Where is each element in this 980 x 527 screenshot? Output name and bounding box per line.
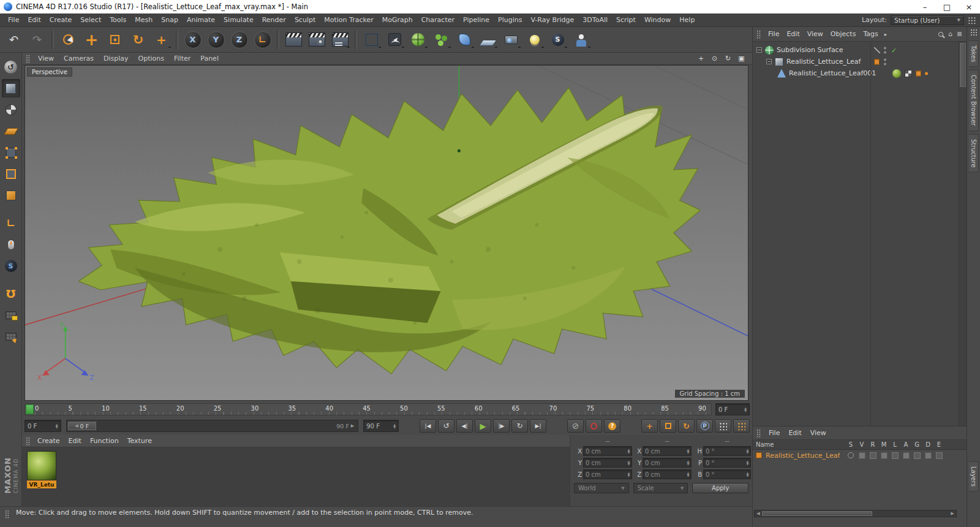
viewport-menu-view[interactable]: View: [33, 55, 59, 63]
name-column-header[interactable]: Name: [756, 441, 845, 448]
om-menu-file[interactable]: File: [764, 28, 783, 40]
workplane-mode-button[interactable]: [2, 122, 20, 140]
object-label[interactable]: Realistic_Lettuce_Leaf001: [789, 69, 876, 77]
render-settings-button[interactable]: [306, 28, 328, 51]
coord-field-x[interactable]: 0 cm▲▼: [583, 446, 632, 456]
more-menus-icon[interactable]: ▸: [883, 31, 889, 37]
scrollbar-thumb[interactable]: [762, 511, 872, 516]
current-frame-marker[interactable]: [26, 404, 34, 414]
layer-toggle-v[interactable]: [856, 452, 867, 459]
range-slider-handle[interactable]: ◀ 0 F: [68, 422, 96, 430]
next-frame-button[interactable]: |▶: [493, 419, 510, 433]
light-tool-button[interactable]: [523, 28, 546, 51]
panel-grip[interactable]: [26, 55, 31, 63]
om-menu-edit[interactable]: Edit: [783, 28, 803, 40]
layer-column-header-m[interactable]: M: [878, 441, 889, 448]
subdivision-tool-button[interactable]: [407, 28, 429, 51]
panel-grip[interactable]: [26, 437, 31, 445]
live-selection-button[interactable]: [57, 28, 80, 51]
visibility-dots[interactable]: [884, 47, 886, 53]
menu-motion-tracker[interactable]: Motion Tracker: [320, 13, 377, 26]
spinner-arrows-icon[interactable]: ▲▼: [687, 460, 689, 466]
menu-mesh[interactable]: Mesh: [130, 13, 157, 26]
layer-toggle-e[interactable]: [933, 452, 944, 459]
tree-row-lettuce-leaf001[interactable]: Realistic_Lettuce_Leaf001: [753, 67, 959, 79]
spinner-arrows-icon[interactable]: ▲▼: [746, 449, 748, 454]
menu-sculpt[interactable]: Sculpt: [290, 13, 320, 26]
om-menu-tags[interactable]: Tags: [859, 28, 881, 40]
coord-field-y[interactable]: 0 cm▲▼: [643, 458, 692, 468]
coord-field-p[interactable]: 0 °▲▼: [703, 458, 751, 468]
spinner-arrows-icon[interactable]: ▲▼: [627, 449, 630, 454]
home-icon[interactable]: ⌂: [948, 30, 952, 38]
figure-tool-button[interactable]: [570, 28, 592, 51]
menu-pipeline[interactable]: Pipeline: [459, 13, 494, 26]
viewport-solo-button[interactable]: [2, 235, 20, 254]
material-list[interactable]: VR_Letu: [22, 447, 570, 506]
rotate-tool-button[interactable]: ↻: [127, 28, 149, 51]
polygons-mode-button[interactable]: [2, 186, 20, 205]
orbit-view-icon[interactable]: ↻: [723, 54, 733, 63]
material-menu-create[interactable]: Create: [33, 434, 64, 447]
material-menu-function[interactable]: Function: [86, 434, 123, 447]
lock-z-button[interactable]: Z: [228, 28, 251, 51]
coordinate-system-dropdown[interactable]: World ▼: [574, 483, 629, 493]
end-frame-field[interactable]: 90 F ▲▼: [363, 420, 399, 432]
menu-simulate[interactable]: Simulate: [219, 13, 258, 26]
collapse-icon[interactable]: −: [766, 59, 772, 64]
scale-tool-button[interactable]: [104, 28, 126, 51]
layer-toggle-icon[interactable]: [874, 47, 880, 53]
spinner-arrows-icon[interactable]: ▲▼: [627, 460, 630, 466]
spinner-arrows-icon[interactable]: ▲▼: [393, 423, 396, 429]
material-tag-icon[interactable]: [892, 69, 901, 78]
make-editable-button[interactable]: ↺: [2, 58, 20, 76]
menu-animate[interactable]: Animate: [183, 13, 219, 26]
viewport-canvas[interactable]: Y X Z Perspective Grid Spacing : 1 cm: [24, 65, 748, 401]
menu-script[interactable]: Script: [612, 13, 640, 26]
side-tab-layers[interactable]: Layers: [969, 461, 979, 491]
coord-field-h[interactable]: 0 °▲▼: [703, 446, 751, 456]
lm-menu-file[interactable]: File: [764, 427, 784, 439]
goto-end-button[interactable]: ▶|: [530, 419, 546, 433]
key-scale-toggle[interactable]: [660, 419, 676, 433]
zoom-view-icon[interactable]: ⊙: [710, 54, 719, 63]
layer-name[interactable]: Realistic_Lettuce_Leaf: [766, 452, 840, 460]
object-label[interactable]: Realistic_Lettuce_Leaf: [786, 58, 861, 66]
menu-edit[interactable]: Edit: [23, 13, 45, 26]
layer-toggle-m[interactable]: [878, 452, 889, 459]
play-backwards-button[interactable]: ↺: [438, 419, 454, 433]
workplane-lock-button[interactable]: [2, 306, 20, 324]
menu-render[interactable]: Render: [258, 13, 290, 26]
frame-spinner-field[interactable]: 0 F ▲▼: [715, 403, 750, 415]
coord-field-b[interactable]: 0 °▲▼: [703, 469, 751, 479]
coord-field-y[interactable]: 0 cm▲▼: [583, 458, 632, 468]
preview-range-slider[interactable]: ◀ 0 F 90 F ▶: [66, 420, 359, 432]
viewport-3d-scene[interactable]: Y X Z: [25, 66, 748, 400]
layer-toggle-a[interactable]: [900, 452, 911, 459]
layer-color-swatch[interactable]: [756, 452, 762, 458]
camera-tool-button[interactable]: [500, 28, 522, 51]
minimize-button[interactable]: –: [914, 0, 936, 13]
om-menu-view[interactable]: View: [804, 28, 827, 40]
spinner-arrows-icon[interactable]: ▲▼: [746, 460, 748, 466]
layer-column-header-v[interactable]: V: [856, 441, 867, 448]
generator-enabled-check-icon[interactable]: ✓: [891, 46, 897, 54]
previous-frame-button[interactable]: ◀|: [456, 419, 473, 433]
menu-help[interactable]: Help: [675, 13, 699, 26]
coord-field-z[interactable]: 0 cm▲▼: [643, 469, 692, 479]
viewport-menu-panel[interactable]: Panel: [195, 55, 224, 63]
viewport-menu-display[interactable]: Display: [99, 55, 134, 63]
material-thumbnail-sphere[interactable]: [27, 451, 56, 480]
menu-v-ray-bridge[interactable]: V-Ray Bridge: [526, 13, 578, 26]
menu-snap[interactable]: Snap: [157, 13, 183, 26]
key-position-toggle[interactable]: +: [641, 419, 658, 433]
undo-button[interactable]: ↶: [2, 28, 25, 51]
pan-view-icon[interactable]: +: [696, 54, 706, 63]
mograph-tool-button[interactable]: [430, 28, 453, 51]
tree-row-lettuce-leaf[interactable]: − Realistic_Lettuce_Leaf: [753, 56, 959, 67]
dots-grid-icon[interactable]: [970, 29, 978, 36]
scroll-left-icon[interactable]: ◀: [755, 511, 761, 516]
palette-icon[interactable]: [968, 17, 976, 24]
material-menu-texture[interactable]: Texture: [123, 434, 156, 447]
redo-button[interactable]: ↷: [26, 28, 48, 51]
